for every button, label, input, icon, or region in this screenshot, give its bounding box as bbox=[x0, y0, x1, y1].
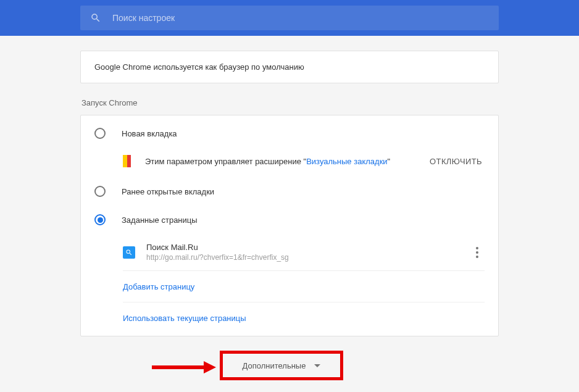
startup-page-entry: Поиск Mail.Ru http://go.mail.ru/?chverfi… bbox=[123, 234, 485, 271]
extension-icon bbox=[123, 155, 135, 167]
radio-label: Ранее открытые вкладки bbox=[122, 187, 214, 196]
search-icon bbox=[90, 12, 101, 23]
default-browser-card: Google Chrome используется как браузер п… bbox=[80, 51, 499, 83]
disable-extension-button[interactable]: ОТКЛЮЧИТЬ bbox=[430, 157, 485, 166]
settings-header: Поиск настроек bbox=[0, 0, 579, 36]
radio-icon bbox=[94, 186, 106, 197]
radio-option-specific[interactable]: Заданные страницы bbox=[81, 206, 498, 234]
page-url: http://go.mail.ru/?chverfix=1&fr=chverfi… bbox=[146, 253, 470, 262]
startup-section-title: Запуск Chrome bbox=[81, 98, 499, 107]
radio-label: Заданные страницы bbox=[122, 215, 198, 225]
page-menu-button[interactable] bbox=[470, 247, 485, 258]
search-bar[interactable]: Поиск настроек bbox=[80, 6, 499, 30]
radio-icon bbox=[94, 128, 106, 139]
use-current-pages-link[interactable]: Использовать текущие страницы bbox=[123, 314, 246, 323]
specific-pages-section: Поиск Mail.Ru http://go.mail.ru/?chverfi… bbox=[123, 234, 485, 333]
radio-icon-selected bbox=[94, 214, 106, 225]
default-browser-message: Google Chrome используется как браузер п… bbox=[94, 62, 304, 72]
startup-card: Новая вкладка Этим параметром управляет … bbox=[80, 115, 499, 336]
page-title: Поиск Mail.Ru bbox=[146, 243, 470, 252]
radio-option-continue[interactable]: Ранее открытые вкладки bbox=[81, 177, 498, 206]
svg-marker-1 bbox=[204, 361, 216, 373]
chevron-down-icon bbox=[314, 364, 320, 367]
use-current-pages-row[interactable]: Использовать текущие страницы bbox=[123, 302, 485, 333]
add-page-link[interactable]: Добавить страницу bbox=[123, 282, 194, 291]
extension-notice-text: Этим параметром управляет расширение "Ви… bbox=[145, 157, 430, 166]
extension-notice-row: Этим параметром управляет расширение "Ви… bbox=[81, 148, 498, 177]
search-placeholder: Поиск настроек bbox=[112, 13, 175, 23]
radio-option-new-tab[interactable]: Новая вкладка bbox=[81, 119, 498, 148]
radio-label: Новая вкладка bbox=[122, 129, 177, 138]
extension-link[interactable]: Визуальные закладки bbox=[306, 157, 387, 166]
add-page-row[interactable]: Добавить страницу bbox=[123, 271, 485, 302]
settings-content: Google Chrome используется как браузер п… bbox=[0, 51, 579, 336]
advanced-button[interactable]: Дополнительные bbox=[222, 353, 341, 378]
mailru-favicon bbox=[123, 246, 135, 259]
advanced-button-label: Дополнительные bbox=[243, 361, 306, 370]
annotation-arrow-icon bbox=[152, 360, 216, 375]
